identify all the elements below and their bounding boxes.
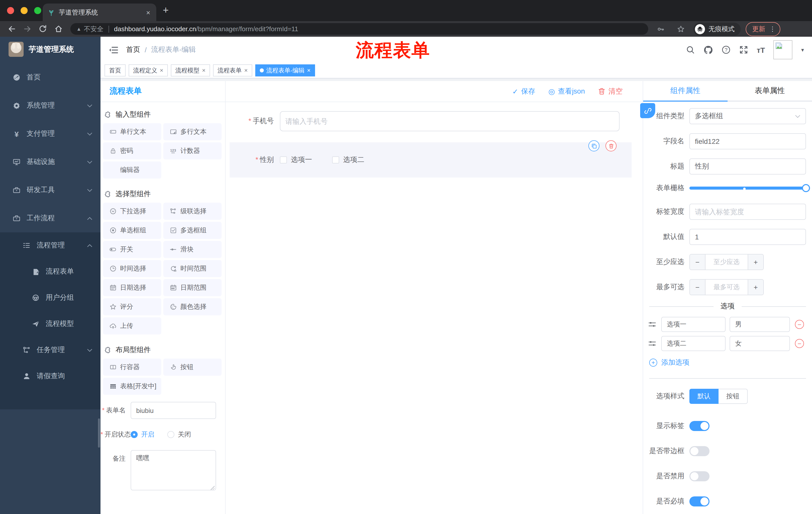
palette-item-rate[interactable]: 评分 [103, 298, 161, 315]
tag-close-icon[interactable]: × [160, 67, 163, 74]
palette-item-date-picker[interactable]: 日期选择 [103, 279, 161, 296]
tag-close-icon[interactable]: × [307, 67, 311, 74]
palette-item-date-range[interactable]: 日期范围 [163, 279, 222, 296]
save-button[interactable]: ✓ 保存 [512, 87, 535, 96]
form-grid-slider[interactable] [689, 184, 806, 192]
field-name-input[interactable] [689, 133, 806, 150]
status-on-radio[interactable]: 开启 [130, 430, 154, 439]
url-bar[interactable]: ▲ 不安全 dashboard.yudao.iocoder.cn/bpm/man… [70, 23, 648, 35]
font-size-icon[interactable]: тT [757, 46, 765, 54]
update-button[interactable]: 更新 ⋮ [746, 22, 780, 36]
style-default-button[interactable]: 默认 [689, 389, 719, 404]
palette-item-color-picker[interactable]: 颜色选择 [163, 298, 222, 315]
window-close-button[interactable] [7, 7, 14, 14]
sidebar-item-user-groups[interactable]: 用户分组 [0, 285, 100, 311]
palette-item-editor[interactable]: 编辑器 [103, 161, 161, 179]
avatar-broken-image[interactable] [774, 40, 793, 59]
new-tab-button[interactable]: + [163, 5, 169, 15]
tag-process-form-edit[interactable]: 流程表单-编辑 × [255, 64, 315, 77]
forward-icon[interactable] [23, 25, 32, 33]
tag-close-icon[interactable]: × [202, 67, 205, 74]
github-icon[interactable] [703, 45, 713, 55]
tag-close-icon[interactable]: × [244, 67, 248, 74]
textarea-resize-handle[interactable] [210, 485, 214, 490]
search-icon[interactable] [686, 45, 695, 54]
drag-handle-icon[interactable] [648, 321, 656, 328]
add-option-button[interactable]: + 添加选项 [649, 358, 812, 367]
avatar-caret-icon[interactable]: ▾ [801, 47, 804, 53]
sidebar-item-infra[interactable]: 基础设施 [0, 148, 100, 176]
canvas-body[interactable]: *手机号 *性别 [226, 102, 643, 514]
sidebar-item-process-management[interactable]: 流程管理 [0, 232, 100, 259]
palette-item-time-picker[interactable]: 时间选择 [103, 260, 161, 277]
palette-item-cascader[interactable]: 级联选择 [163, 203, 222, 220]
palette-item-time-range[interactable]: 时间范围 [163, 260, 222, 277]
sidebar-item-devtools[interactable]: 研发工具 [0, 176, 100, 204]
max-select-value[interactable]: 最多可选 [705, 280, 748, 295]
default-value-input[interactable] [689, 229, 806, 245]
sidebar-item-home[interactable]: 首页 [0, 63, 100, 91]
stepper-decrease-button[interactable]: − [690, 280, 705, 295]
fullscreen-icon[interactable] [739, 45, 748, 54]
remove-option-button[interactable]: − [795, 320, 804, 329]
browser-menu-icon[interactable]: ⋮ [769, 25, 776, 33]
sidebar-fold-icon[interactable] [109, 46, 118, 54]
delete-component-button[interactable] [606, 140, 616, 152]
form-remark-textarea[interactable]: 嘿嘿 [130, 450, 216, 490]
drag-handle-icon[interactable] [648, 340, 656, 347]
min-select-value[interactable]: 至少应选 [705, 254, 748, 270]
copy-component-button[interactable] [588, 140, 600, 152]
bookmark-star-icon[interactable] [677, 25, 685, 33]
palette-item-slider[interactable]: 滑块 [163, 241, 222, 258]
palette-item-multi-text[interactable]: 多行文本 [163, 123, 222, 140]
palette-item-upload[interactable]: 上传 [103, 317, 161, 334]
palette-item-switch[interactable]: 开关 [103, 241, 161, 258]
tag-process-model[interactable]: 流程模型 × [171, 64, 210, 77]
help-icon[interactable]: ? [722, 45, 731, 54]
window-minimize-button[interactable] [21, 7, 28, 14]
link-chain-button[interactable] [640, 103, 655, 118]
palette-item-row-container[interactable]: 行容器 [103, 359, 161, 376]
clear-button[interactable]: 清空 [598, 87, 622, 96]
option-value-input[interactable] [730, 317, 790, 332]
style-button-button[interactable]: 按钮 [719, 389, 748, 404]
canvas-field-phone[interactable]: *手机号 [234, 111, 619, 131]
sidebar-scrollbar[interactable] [98, 418, 100, 448]
sidebar-item-workflow[interactable]: 工作流程 [0, 204, 100, 232]
palette-item-single-text[interactable]: 单行文本 [103, 123, 161, 140]
tab-close-icon[interactable]: × [145, 8, 151, 16]
sidebar-item-task-management[interactable]: 任务管理 [0, 337, 100, 363]
sidebar-item-leave-query[interactable]: 请假查询 [0, 363, 100, 389]
gender-option1-checkbox[interactable]: 选项一 [280, 155, 312, 164]
status-off-radio[interactable]: 关闭 [167, 430, 191, 439]
reload-icon[interactable] [39, 25, 47, 33]
title-input[interactable] [689, 158, 806, 174]
option-label-input[interactable] [661, 336, 726, 351]
gender-option2-checkbox[interactable]: 选项二 [332, 155, 364, 164]
palette-item-select[interactable]: 下拉选择 [103, 203, 161, 220]
home-icon[interactable] [54, 25, 63, 33]
stepper-increase-button[interactable]: + [748, 254, 763, 270]
option-label-input[interactable] [661, 317, 726, 332]
selected-component-gender[interactable]: *性别 选项一 选项二 [230, 142, 632, 178]
palette-item-counter[interactable]: 123 计数器 [163, 142, 222, 159]
breadcrumb-home[interactable]: 首页 [126, 45, 140, 54]
required-switch[interactable] [689, 496, 709, 507]
remove-option-button[interactable]: − [795, 339, 804, 348]
stepper-decrease-button[interactable]: − [690, 254, 705, 270]
component-type-select[interactable]: 多选框组 [689, 108, 806, 124]
palette-item-table[interactable]: 表格[开发中] [103, 378, 161, 395]
show-label-switch[interactable] [689, 421, 709, 431]
slider-handle[interactable] [802, 184, 810, 192]
palette-item-password[interactable]: 密码 [103, 142, 161, 159]
disabled-switch[interactable] [689, 471, 709, 481]
palette-item-radio-group[interactable]: 单选框组 [103, 222, 161, 239]
border-switch[interactable] [689, 446, 709, 456]
sidebar-item-process-form[interactable]: 流程表单 [0, 259, 100, 285]
palette-item-checkbox-group[interactable]: 多选框组 [163, 222, 222, 239]
stepper-increase-button[interactable]: + [748, 280, 763, 295]
tag-process-definition[interactable]: 流程定义 × [128, 64, 168, 77]
sidebar-item-payment[interactable]: ¥ 支付管理 [0, 120, 100, 148]
phone-input[interactable] [280, 111, 619, 131]
palette-item-button[interactable]: 按钮 [163, 359, 222, 376]
